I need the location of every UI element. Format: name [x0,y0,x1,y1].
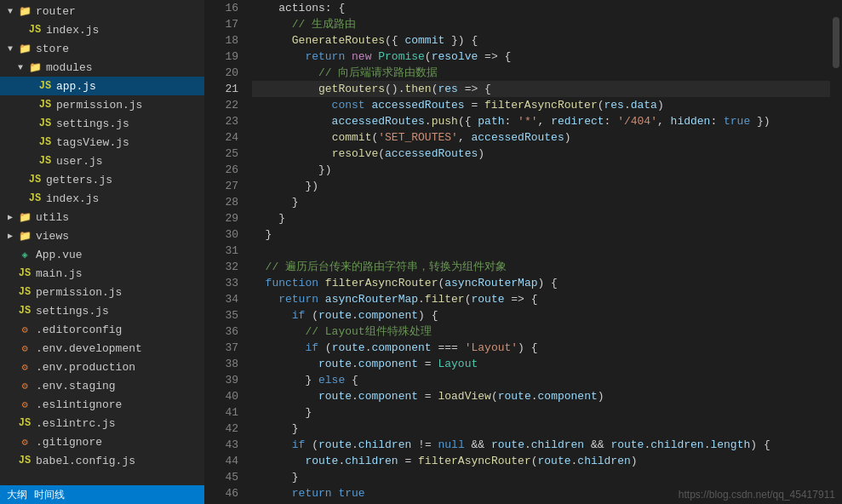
sidebar-item-settings-js[interactable]: JSsettings.js [0,114,204,133]
token: . [624,97,631,113]
code-line-17: // 生成路由 [252,16,830,32]
code-line-24: commit('SET_ROUTES', accessedRoutes) [252,129,830,146]
line-number: 27 [204,178,238,194]
token: commit [332,129,372,146]
token: ( [531,453,538,469]
token [318,291,325,307]
timeline-label[interactable]: 时间线 [34,488,65,502]
sidebar-item-utils[interactable]: ▶📁utils [0,208,204,226]
token: ( [432,81,438,97]
sidebar-item-label: user.js [56,155,204,168]
sidebar-item-babel-config-js[interactable]: JSbabel.config.js [0,451,204,470]
sidebar-item-label: modules [46,61,204,74]
sidebar-status-bar: 大纲 时间线 [0,485,204,504]
token: new [352,49,371,65]
token: = [465,97,484,113]
token: } [252,210,285,226]
scrollbar-track[interactable] [830,0,842,504]
token: != [411,437,438,453]
sidebar-item-env-production[interactable]: ⚙.env.production [0,358,204,376]
sidebar-item-app-js[interactable]: JSapp.js [0,77,204,95]
token: { [345,372,358,388]
token: === [432,340,465,356]
sidebar-item-modules[interactable]: ▼📁modules [0,58,204,77]
token: Promise [378,49,425,65]
token: path [478,113,504,129]
code-line-36: // Layout组件特殊处理 [252,324,830,340]
token: => { [478,49,511,65]
sidebar-item-main-js[interactable]: JSmain.js [0,264,204,283]
sidebar-item-user-js[interactable]: JSuser.js [0,152,204,170]
token: GenerateRoutes [292,32,385,49]
sidebar-item-permission-js[interactable]: JSpermission.js [0,95,204,114]
token: . [571,453,578,469]
sidebar-item-app-vue[interactable]: ◈App.vue [0,245,204,264]
outline-label[interactable]: 大纲 [7,488,27,502]
code-line-20: // 向后端请求路由数据 [252,65,830,81]
line-number: 43 [204,437,238,453]
sidebar-item-getters-js[interactable]: JSgetters.js [0,170,204,189]
sidebar-item-permission-js-root[interactable]: JSpermission.js [0,283,204,301]
token: return [252,485,332,501]
token: filterAsyncRouter [325,275,438,291]
config-icon: ⚙ [17,380,32,392]
token: ) [478,146,484,162]
scrollbar-thumb[interactable] [833,17,839,68]
token: return [252,49,345,65]
sidebar-item-store[interactable]: ▼📁store [0,39,204,58]
sidebar-item-label: .eslintrc.js [36,417,204,430]
sidebar-item-index-js-router[interactable]: JSindex.js [0,20,204,39]
sidebar-item-index-js-store[interactable]: JSindex.js [0,189,204,208]
token: ) { [537,275,557,291]
sidebar-item-gitignore[interactable]: ⚙.gitignore [0,432,204,451]
token: // Layout组件特殊处理 [252,324,432,340]
sidebar-item-label: app.js [56,80,204,93]
token: resolve [432,49,478,65]
sidebar-item-views[interactable]: ▶📁views [0,226,204,245]
code-line-16: actions: { [252,0,830,16]
token: '*' [518,113,537,129]
sidebar-item-eslintrc-js[interactable]: JS.eslintrc.js [0,414,204,432]
folder-icon: 📁 [27,61,43,74]
code-line-19: return new Promise(resolve => { [252,49,830,65]
sidebar-item-editorconfig[interactable]: ⚙.editorconfig [0,320,204,339]
sidebar-item-label: settings.js [36,305,204,318]
code-content[interactable]: actions: { // 生成路由 GenerateRoutes({ comm… [245,0,830,504]
line-number: 40 [204,388,238,404]
token: // 遍历后台传来的路由字符串，转换为组件对象 [252,259,507,275]
sidebar-item-eslintignore[interactable]: ⚙.eslintignore [0,395,204,414]
token: ) [631,453,638,469]
sidebar-item-env-staging[interactable]: ⚙.env.staging [0,376,204,395]
sidebar-item-env-development[interactable]: ⚙.env.development [0,339,204,358]
line-number: 37 [204,340,238,356]
code-line-26: }) [252,162,830,178]
code-line-22: const accessedRoutes = filterAsyncRouter… [252,97,830,113]
code-line-37: if (route.component === 'Layout') { [252,340,830,356]
token [252,129,332,146]
line-number: 31 [204,243,238,259]
token: const [252,97,365,113]
token: accessedRoutes [371,97,464,113]
token: then [404,81,431,97]
token: . [524,437,531,453]
token: && [465,437,491,453]
token: ({ [385,32,404,49]
token: ({ [458,113,478,129]
js-icon: JS [37,136,53,148]
tree-arrow-modules: ▼ [14,63,27,72]
token [252,146,332,162]
token: if [252,307,305,324]
sidebar-item-settings-js-root[interactable]: JSsettings.js [0,301,204,320]
token: resolve [332,146,379,162]
sidebar-item-tagsView-js[interactable]: JStagsView.js [0,133,204,152]
token: }) [252,178,318,194]
token: ( [305,307,318,324]
token: push [432,113,458,129]
js-icon: JS [17,267,32,279]
token: filterAsyncRouter [418,453,531,469]
token: } [252,226,272,243]
token: route [491,437,524,453]
sidebar-item-router[interactable]: ▼📁router [0,2,204,20]
token: children [531,437,584,453]
config-icon: ⚙ [17,342,32,355]
